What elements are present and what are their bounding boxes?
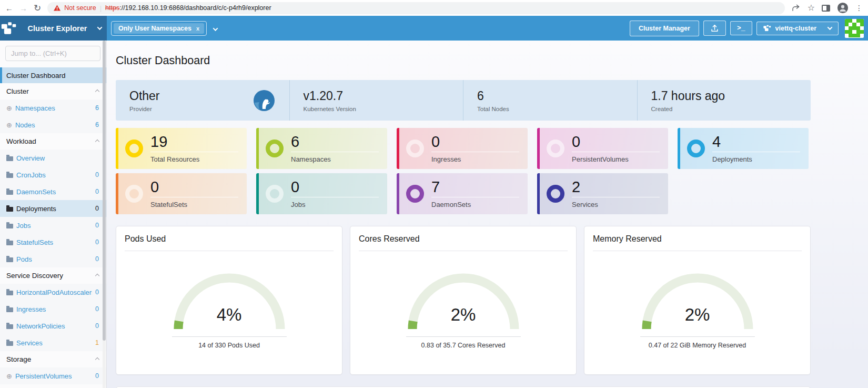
globe-icon: ⊕ (6, 105, 12, 112)
app-header: Cluster Explorer Only User Namespacesx C… (0, 16, 868, 41)
page-title: Cluster Dashboard (116, 54, 811, 67)
chevron-up-icon (95, 357, 99, 361)
folder-icon (6, 190, 13, 195)
folder-icon (6, 224, 13, 228)
kubectl-shell-button[interactable]: >_ (730, 21, 752, 35)
chevron-up-icon (95, 89, 99, 93)
item-count: 6 (95, 104, 99, 112)
item-count: 0 (95, 188, 99, 195)
folder-icon (6, 257, 13, 262)
stat-label: Jobs (291, 201, 379, 208)
sidebar-section-cluster[interactable]: Cluster (0, 83, 106, 100)
gauge-caption: 0.83 of 35.7 Cores Reserved (359, 342, 568, 349)
stat-label: Ingresses (431, 155, 519, 163)
sidebar-item-daemonsets[interactable]: DaemonSets0 (0, 183, 106, 200)
gauge-caption: 0.47 of 22 GiB Memory Reserved (593, 342, 802, 349)
sidebar-item-deployments[interactable]: Deployments0 (0, 200, 106, 217)
sidebar-item-namespaces[interactable]: ⊕Namespaces6 (0, 100, 106, 116)
bookmark-star-icon[interactable]: ☆ (808, 4, 815, 12)
sidebar-section-workload[interactable]: Workload (0, 133, 106, 150)
gauge-caption: 14 of 330 Pods Used (125, 342, 334, 349)
cluster-name: viettq-cluster (775, 25, 817, 32)
forward-icon[interactable]: → (19, 4, 27, 12)
gauge-title: Memory Reserved (593, 234, 802, 244)
ring-icon (125, 140, 143, 157)
info-label: Provider (129, 106, 160, 112)
info-value: v1.20.7 (304, 89, 356, 103)
sidebar-section-service-discovery[interactable]: Service Discovery (0, 267, 106, 284)
globe-icon: ⊕ (6, 122, 12, 128)
sidebar-item-cronjobs[interactable]: CronJobs0 (0, 166, 106, 183)
stat-count: 0 (431, 134, 519, 150)
refresh-icon[interactable]: ↻ (34, 4, 41, 13)
folder-icon (6, 324, 13, 329)
sidebar-item-jobs[interactable]: Jobs0 (0, 217, 106, 234)
cluster-manager-button[interactable]: Cluster Manager (630, 21, 699, 36)
item-count: 0 (95, 171, 99, 178)
item-count: 0 (95, 238, 99, 246)
stat-label: Services (572, 201, 660, 208)
chevron-up-icon (95, 139, 99, 143)
search-input[interactable] (5, 46, 100, 61)
sidebar-item-networkpolicies[interactable]: NetworkPolicies0 (0, 317, 106, 334)
cluster-select[interactable]: viettq-cluster (756, 22, 839, 35)
sidebar: Cluster Dashboard Cluster⊕Namespaces6⊕No… (0, 41, 107, 388)
stat-card-jobs: 0 Jobs (256, 173, 387, 214)
stat-count: 19 (150, 134, 238, 150)
sidebar-item-overview[interactable]: Overview (0, 150, 106, 166)
ring-icon (547, 140, 564, 157)
ring-icon (266, 185, 284, 203)
import-yaml-button[interactable] (703, 21, 726, 36)
sidebar-scrollbar[interactable] (103, 41, 106, 388)
gauge-percent: 4% (167, 305, 291, 325)
gauge-percent: 2% (401, 305, 526, 325)
namespace-filter-chip[interactable]: Only User Namespacesx (114, 23, 204, 34)
cluster-icon (763, 25, 771, 32)
sidebar-item-persistentvolumes[interactable]: ⊕PersistentVolumes0 (0, 367, 106, 384)
stat-card-namespaces: 6 Namespaces (256, 128, 387, 169)
stat-label: Namespaces (291, 155, 379, 163)
sidebar-item-horizontalpodautoscalers[interactable]: HorizontalPodAutoscalers0 (0, 284, 106, 301)
stat-count: 0 (291, 180, 379, 195)
stat-card-daemonsets: 7 DaemonSets (397, 173, 528, 214)
kebab-menu-icon[interactable]: ⋮ (855, 4, 863, 12)
item-count: 0 (95, 205, 99, 212)
namespace-filter[interactable]: Only User Namespacesx (111, 16, 224, 41)
back-icon[interactable]: ← (5, 4, 13, 12)
stat-count: 6 (291, 134, 379, 150)
ring-icon (547, 185, 564, 203)
gauge-cards: Pods Used 4% 14 of 330 Pods Used Cores R… (116, 226, 811, 375)
profile-avatar-icon[interactable] (837, 2, 849, 14)
chevron-down-icon (97, 25, 103, 30)
item-count: 0 (95, 288, 99, 296)
sidebar-section-storage[interactable]: Storage (0, 351, 106, 367)
globe-icon: ⊕ (6, 373, 12, 380)
sidebar-item-nodes[interactable]: ⊕Nodes6 (0, 116, 106, 133)
chip-close-icon[interactable]: x (196, 25, 199, 32)
info-value: Other (129, 89, 160, 103)
scrollbar-thumb[interactable] (103, 41, 106, 341)
sidebar-item-pods[interactable]: Pods0 (0, 251, 106, 267)
stat-card-services: 2 Services (537, 173, 668, 214)
stat-label: StatefulSets (150, 201, 238, 208)
folder-icon (6, 291, 13, 295)
sidebar-item-services[interactable]: Services1 (0, 334, 106, 351)
sidebar-item-ingresses[interactable]: Ingresses0 (0, 301, 106, 317)
stat-count: 0 (572, 134, 660, 150)
stat-count: 2 (572, 180, 660, 195)
url-bar[interactable]: Not secure | https://192.168.10.19:6868/… (47, 2, 784, 14)
info-kubernetes-version: v1.20.7 Kubernetes Version (289, 80, 463, 121)
side-panel-icon[interactable] (822, 5, 830, 12)
stat-card-deployments: 4 Deployments (678, 128, 809, 169)
user-avatar-identicon[interactable] (845, 19, 864, 38)
stat-card-persistentvolumes: 0 PersistentVolumes (537, 128, 668, 169)
app-switcher[interactable]: Cluster Explorer (0, 16, 107, 41)
info-total-nodes: 6 Total Nodes (463, 80, 637, 121)
ring-icon (406, 140, 424, 157)
folder-icon (6, 307, 13, 312)
resource-stat-cards: 19 Total Resources 6 Namespaces 0 Ingres… (116, 128, 811, 214)
item-count: 0 (95, 222, 99, 229)
sidebar-item-statefulsets[interactable]: StatefulSets0 (0, 234, 106, 251)
share-icon[interactable] (791, 3, 801, 13)
sidebar-item-cluster-dashboard[interactable]: Cluster Dashboard (0, 67, 106, 83)
